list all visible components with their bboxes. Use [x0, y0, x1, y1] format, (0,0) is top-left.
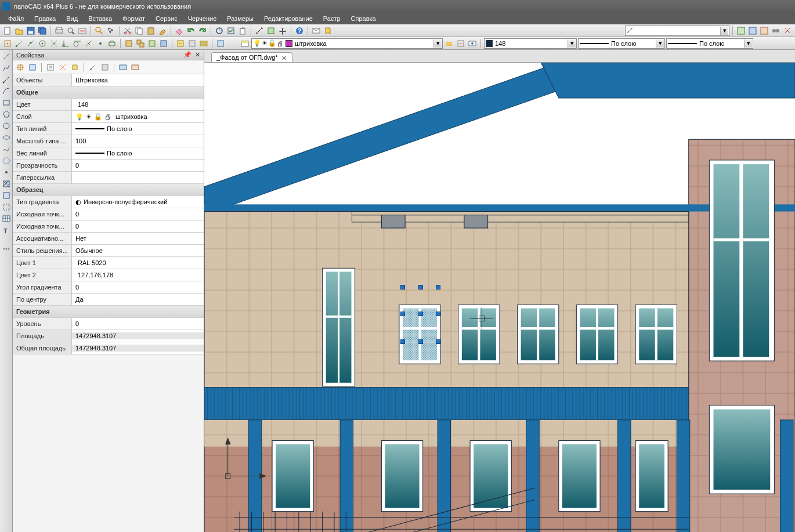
ptool-7[interactable] — [100, 62, 110, 73]
osnap-btn[interactable] — [2, 38, 13, 49]
block-btn4[interactable] — [158, 38, 169, 49]
val-style[interactable]: Обычное — [72, 247, 204, 254]
osnap-end-btn[interactable] — [14, 38, 24, 49]
more-tool[interactable] — [1, 244, 12, 254]
menu-draw[interactable]: Черчение — [183, 14, 222, 23]
val-color[interactable]: 148 — [72, 101, 204, 108]
drawing-canvas[interactable] — [204, 63, 795, 532]
select-button[interactable] — [106, 26, 116, 36]
menu-raster[interactable]: Растр — [319, 14, 345, 23]
find-button[interactable] — [94, 26, 104, 36]
linetype-combo[interactable]: По слою ▾ — [578, 38, 665, 49]
preview-button[interactable] — [66, 26, 76, 36]
matchprops-button[interactable] — [157, 26, 168, 36]
val-lweight[interactable]: По слою — [72, 150, 204, 157]
block-btn2[interactable] — [135, 38, 146, 49]
spline-tool[interactable] — [1, 144, 12, 154]
hatch-tool[interactable] — [1, 179, 12, 189]
osnap-mid-btn[interactable] — [26, 38, 36, 49]
save-button[interactable] — [26, 26, 36, 36]
ptool-8[interactable] — [118, 62, 128, 73]
style-combo[interactable]: ▾ — [625, 26, 729, 36]
area-button[interactable] — [266, 26, 276, 36]
region-tool[interactable] — [1, 190, 12, 201]
val-c1[interactable]: RAL 5020 — [72, 259, 204, 266]
close-icon[interactable]: ✕ — [195, 51, 200, 59]
osnap-ins-btn[interactable] — [107, 38, 117, 49]
pan-button[interactable] — [277, 26, 288, 36]
redo-button[interactable] — [197, 26, 208, 36]
undo-button[interactable] — [186, 26, 196, 36]
val-ltype[interactable]: По слою — [72, 125, 204, 132]
val-assoc[interactable]: Нет — [72, 235, 204, 242]
etransmit-button[interactable] — [311, 26, 321, 36]
publish-button[interactable] — [77, 26, 88, 36]
group-general[interactable]: Общие — [13, 86, 204, 99]
laytools-btn3[interactable] — [467, 38, 478, 49]
block-btn1[interactable] — [124, 38, 134, 49]
viewport-btn2[interactable] — [747, 26, 758, 36]
layermgr-btn[interactable] — [198, 38, 209, 49]
paste-button[interactable] — [146, 26, 156, 36]
help-button[interactable]: ? — [294, 26, 305, 36]
group-pattern[interactable]: Образец — [13, 184, 204, 196]
ellipse-tool[interactable] — [1, 132, 12, 143]
audit-button[interactable] — [226, 26, 236, 36]
ptool-1[interactable] — [15, 62, 26, 73]
open-button[interactable] — [14, 26, 24, 36]
val-orig2[interactable]: 0 — [72, 223, 204, 230]
boundary-tool[interactable] — [1, 202, 12, 212]
osnap-cen-btn[interactable] — [37, 38, 48, 49]
point-tool[interactable] — [1, 167, 12, 178]
ray-tool[interactable] — [1, 74, 12, 85]
menu-help[interactable]: Справка — [346, 14, 381, 23]
val-cent[interactable]: Да — [72, 296, 204, 303]
osnap-node-btn[interactable] — [95, 38, 106, 49]
menu-dims[interactable]: Размеры — [222, 14, 258, 23]
plot-button[interactable] — [54, 26, 64, 36]
val-gang[interactable]: 0 — [72, 284, 204, 291]
val-ltscale[interactable]: 100 — [72, 137, 204, 144]
layeroff-btn[interactable] — [187, 38, 197, 49]
block-btn3[interactable] — [147, 38, 157, 49]
cut-button[interactable] — [122, 26, 133, 36]
dist-button[interactable] — [254, 26, 265, 36]
pline-tool[interactable] — [1, 63, 12, 73]
viewport-btn3[interactable] — [759, 26, 769, 36]
menu-view[interactable]: Вид — [62, 14, 82, 23]
object-type-value[interactable]: Штриховка — [72, 77, 204, 84]
val-transp[interactable]: 0 — [72, 162, 204, 169]
group-geometry[interactable]: Геометрия — [13, 306, 204, 318]
circle-tool[interactable] — [1, 121, 12, 131]
table-tool[interactable] — [1, 213, 12, 224]
menu-file[interactable]: Файл — [3, 14, 28, 23]
osnap-perp-btn[interactable] — [60, 38, 71, 49]
saveall-button[interactable] — [37, 26, 48, 36]
menu-insert[interactable]: Вставка — [84, 14, 117, 23]
laytools-btn2[interactable] — [456, 38, 466, 49]
ptool-5[interactable] — [70, 62, 80, 73]
arc-tool[interactable] — [1, 86, 12, 96]
script-button[interactable] — [323, 26, 333, 36]
menu-tools[interactable]: Сервис — [151, 14, 182, 23]
layer-combo[interactable]: 💡 ☀ 🔓 🖨 штриховка ▾ — [251, 38, 443, 49]
lineweight-combo[interactable]: По слою ▾ — [666, 38, 753, 49]
ptool-3[interactable] — [45, 62, 56, 73]
erase-button[interactable] — [174, 26, 185, 36]
ptool-6[interactable] — [88, 62, 98, 73]
revcloud-tool[interactable] — [1, 155, 12, 166]
menu-format[interactable]: Формат — [118, 14, 150, 23]
ptool-4[interactable] — [57, 62, 68, 73]
color-combo[interactable]: 148 ▾ — [484, 38, 577, 49]
val-layer[interactable]: 💡☀🔓🖨 штриховка — [72, 113, 204, 121]
regen-button[interactable] — [214, 26, 225, 36]
layerstate-btn[interactable] — [215, 38, 226, 49]
layeriso-btn[interactable] — [175, 38, 186, 49]
viewport-btn5[interactable] — [782, 26, 793, 36]
val-orig1[interactable]: 0 — [72, 211, 204, 218]
copy-button[interactable] — [134, 26, 144, 36]
val-gtype[interactable]: ◐Инверсно-полусферический — [72, 198, 204, 206]
line-tool[interactable] — [1, 51, 12, 61]
viewport-btn4[interactable] — [771, 26, 781, 36]
viewport-btn1[interactable] — [736, 26, 746, 36]
